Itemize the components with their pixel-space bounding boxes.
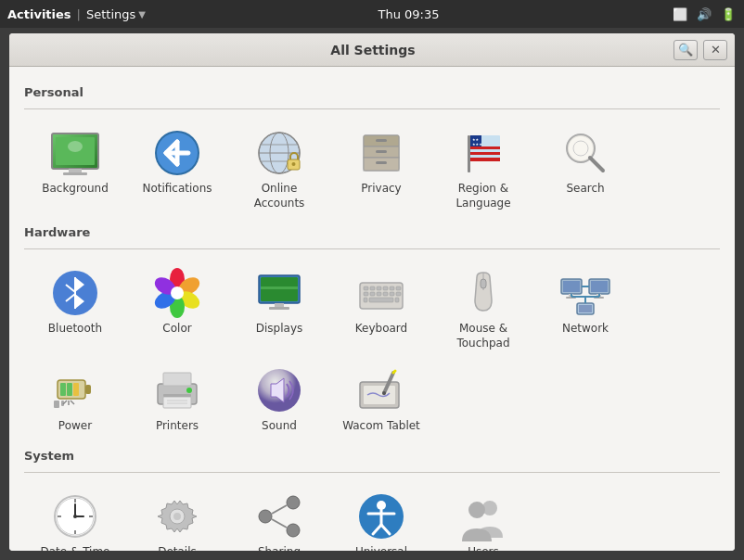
topbar-clock: Thu 09:35: [378, 7, 440, 21]
svg-rect-68: [390, 292, 394, 296]
item-search[interactable]: Search: [534, 121, 636, 218]
section-label-hardware: Hardware: [24, 225, 720, 239]
item-details[interactable]: Details: [126, 484, 228, 551]
displays-label: Displays: [256, 322, 302, 337]
svg-point-127: [259, 510, 272, 523]
mouse-touchpad-icon: [458, 268, 508, 318]
svg-rect-107: [163, 394, 191, 397]
item-users[interactable]: Users: [432, 484, 534, 551]
color-icon: [152, 268, 202, 318]
svg-rect-96: [54, 401, 59, 408]
item-privacy[interactable]: Privacy: [330, 121, 432, 218]
online-accounts-label: Online Accounts: [254, 182, 305, 210]
network-label: Network: [562, 322, 609, 337]
close-button[interactable]: ✕: [703, 40, 727, 60]
topbar: Activities | Settings ▼ Thu 09:35 ⬜ 🔊 🔋: [0, 0, 744, 28]
svg-point-122: [73, 515, 77, 518]
svg-rect-65: [370, 292, 375, 296]
svg-rect-26: [376, 150, 387, 153]
item-region-language[interactable]: ★★★ ★★ Region & Language: [432, 121, 534, 218]
svg-rect-102: [163, 373, 191, 386]
system-grid: Date & Time Details: [24, 484, 720, 551]
keyboard-label: Keyboard: [355, 322, 407, 337]
color-label: Color: [162, 322, 191, 337]
mouse-touchpad-label: Mouse & Touchpad: [456, 322, 509, 350]
keyboard-icon: [356, 268, 406, 318]
svg-rect-31: [470, 146, 500, 149]
item-displays[interactable]: Displays: [228, 261, 330, 358]
online-accounts-icon: [254, 128, 304, 178]
printers-icon: [152, 365, 202, 415]
svg-rect-56: [269, 307, 289, 310]
hardware-grid: Bluetooth Color: [24, 261, 720, 441]
background-label: Background: [42, 182, 109, 197]
svg-rect-76: [563, 281, 580, 292]
date-time-label: Date & Time: [40, 545, 109, 551]
item-color[interactable]: Color: [126, 261, 228, 358]
svg-rect-103: [163, 397, 191, 408]
volume-icon[interactable]: 🔊: [696, 6, 712, 22]
svg-rect-55: [275, 303, 284, 307]
svg-rect-58: [364, 286, 368, 290]
item-wacom-tablet[interactable]: Wacom Tablet: [330, 358, 432, 441]
svg-point-50: [171, 286, 184, 299]
svg-point-106: [186, 388, 192, 393]
item-mouse-touchpad[interactable]: Mouse & Touchpad: [432, 261, 534, 358]
details-icon: [152, 491, 202, 541]
svg-line-112: [393, 371, 395, 373]
printers-label: Printers: [156, 419, 199, 434]
personal-grid: Background Notifications: [24, 121, 720, 218]
divider-hardware: [24, 248, 720, 249]
item-printers[interactable]: Printers: [126, 358, 228, 441]
svg-line-38: [590, 158, 603, 171]
section-label-personal: Personal: [24, 85, 720, 99]
displays-icon: [254, 268, 304, 318]
svg-rect-32: [470, 152, 500, 155]
settings-content: Personal: [9, 67, 735, 551]
svg-rect-61: [383, 286, 388, 290]
users-label: Users: [468, 545, 499, 551]
item-notifications[interactable]: Notifications: [126, 121, 228, 218]
svg-line-128: [272, 505, 287, 514]
svg-rect-70: [369, 298, 393, 302]
svg-rect-4: [63, 172, 87, 175]
sharing-icon: [254, 491, 304, 541]
activities-button[interactable]: Activities: [7, 7, 71, 21]
search-button[interactable]: 🔍: [673, 40, 698, 60]
background-icon: [50, 128, 100, 178]
item-universal-access[interactable]: Universal Access: [330, 484, 432, 551]
svg-rect-62: [390, 286, 394, 290]
search-label: Search: [566, 182, 604, 197]
svg-point-137: [468, 502, 485, 518]
svg-rect-25: [376, 139, 387, 142]
bluetooth-icon: [50, 268, 100, 318]
item-keyboard[interactable]: Keyboard: [330, 261, 432, 358]
item-sound[interactable]: Sound: [228, 358, 330, 441]
item-background[interactable]: Background: [24, 121, 126, 218]
item-bluetooth[interactable]: Bluetooth: [24, 261, 126, 358]
svg-rect-3: [69, 169, 82, 172]
privacy-label: Privacy: [361, 182, 401, 197]
svg-rect-69: [396, 292, 401, 296]
svg-text:★★★: ★★★: [472, 142, 482, 146]
item-sharing[interactable]: Sharing: [228, 484, 330, 551]
svg-text:★★: ★★: [472, 137, 480, 142]
svg-rect-63: [396, 286, 401, 290]
svg-rect-94: [67, 383, 72, 396]
item-date-time[interactable]: Date & Time: [24, 484, 126, 551]
topbar-left: Activities | Settings ▼: [7, 7, 146, 21]
notifications-icon: [152, 128, 202, 178]
settings-window: All Settings 🔍 ✕ Personal: [9, 33, 735, 551]
svg-point-124: [173, 513, 181, 520]
item-power[interactable]: Power: [24, 358, 126, 441]
privacy-icon: [356, 128, 406, 178]
network-icon: [560, 268, 610, 318]
power-icon[interactable]: 🔋: [720, 6, 737, 22]
svg-rect-64: [364, 292, 368, 296]
settings-menu[interactable]: Settings ▼: [86, 7, 146, 21]
item-online-accounts[interactable]: Online Accounts: [228, 121, 330, 218]
screen-icon[interactable]: ⬜: [672, 6, 688, 22]
svg-rect-66: [377, 292, 381, 296]
universal-access-label: Universal Access: [355, 545, 407, 551]
item-network[interactable]: Network: [534, 261, 636, 358]
